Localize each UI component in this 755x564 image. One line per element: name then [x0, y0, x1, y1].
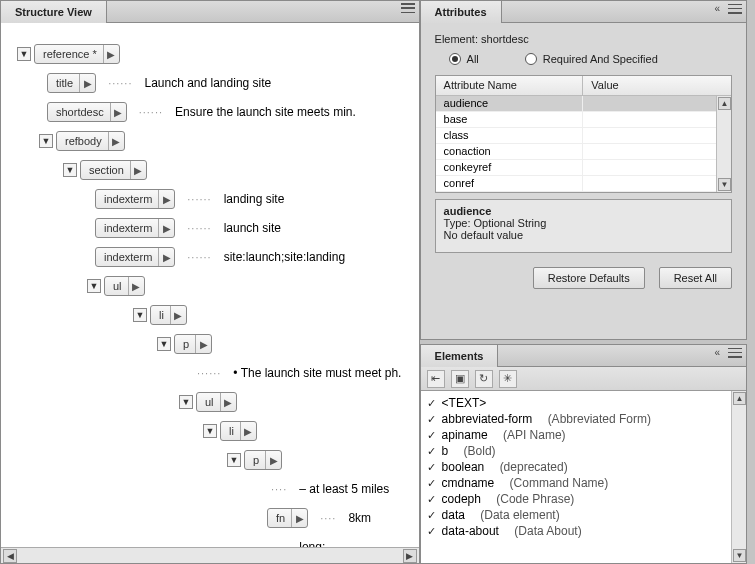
- collapse-toggle[interactable]: ▼: [87, 279, 101, 293]
- refresh-icon[interactable]: ↻: [475, 370, 493, 388]
- panel-menu-icon[interactable]: [728, 348, 742, 358]
- vertical-scrollbar[interactable]: ▲ ▼: [731, 391, 746, 563]
- collapse-caret-icon[interactable]: «: [715, 347, 721, 358]
- radio-icon: [525, 53, 537, 65]
- structure-view-header: Structure View: [1, 1, 419, 23]
- list-item[interactable]: ✓apiname (API Name): [427, 427, 741, 443]
- list-item[interactable]: ✓b (Bold): [427, 443, 741, 459]
- connector-dots: ······: [187, 193, 211, 205]
- elements-tab[interactable]: Elements: [421, 345, 499, 367]
- collapse-toggle[interactable]: ▼: [133, 308, 147, 322]
- element-indexterm[interactable]: indexterm▶: [95, 189, 175, 209]
- scroll-left-icon[interactable]: ◀: [3, 549, 17, 563]
- chevron-right-icon[interactable]: ▶: [108, 132, 124, 150]
- scroll-up-icon[interactable]: ▲: [718, 97, 731, 110]
- col-value[interactable]: Value: [583, 76, 731, 95]
- element-section[interactable]: section▶: [80, 160, 147, 180]
- connector-dots: ······: [139, 106, 163, 118]
- element-indexterm[interactable]: indexterm▶: [95, 247, 175, 267]
- collapse-toggle[interactable]: ▼: [63, 163, 77, 177]
- chevron-right-icon[interactable]: ▶: [158, 248, 174, 266]
- node-text: – at least 5 miles: [299, 482, 389, 496]
- structure-tree[interactable]: ▼ reference *▶ title▶ ······ Launch and …: [1, 23, 419, 547]
- element-ul[interactable]: ul▶: [196, 392, 237, 412]
- chevron-right-icon[interactable]: ▶: [170, 306, 186, 324]
- list-item[interactable]: ✓data (Data element): [427, 507, 741, 523]
- radio-all[interactable]: All: [449, 53, 479, 65]
- element-refbody[interactable]: refbody▶: [56, 131, 125, 151]
- panel-menu-icon[interactable]: [401, 3, 415, 13]
- restore-defaults-button[interactable]: Restore Defaults: [533, 267, 645, 289]
- settings-icon[interactable]: ✳: [499, 370, 517, 388]
- element-li[interactable]: li▶: [150, 305, 187, 325]
- reset-all-button[interactable]: Reset All: [659, 267, 732, 289]
- collapse-toggle[interactable]: ▼: [203, 424, 217, 438]
- element-indexterm[interactable]: indexterm▶: [95, 218, 175, 238]
- attributes-tab[interactable]: Attributes: [421, 1, 502, 23]
- list-item[interactable]: ✓<TEXT>: [427, 395, 741, 411]
- element-p[interactable]: p▶: [174, 334, 212, 354]
- attributes-table[interactable]: Attribute Name Value audience base class…: [435, 75, 733, 193]
- check-icon: ✓: [427, 493, 436, 506]
- vertical-scrollbar[interactable]: ▲ ▼: [716, 96, 731, 192]
- chevron-right-icon[interactable]: ▶: [79, 74, 95, 92]
- detail-default: No default value: [444, 229, 724, 241]
- elements-header: Elements «: [421, 345, 747, 367]
- insert-before-icon[interactable]: ⇤: [427, 370, 445, 388]
- chevron-right-icon[interactable]: ▶: [130, 161, 146, 179]
- node-text: launch site: [224, 221, 281, 235]
- chevron-right-icon[interactable]: ▶: [158, 219, 174, 237]
- chevron-right-icon[interactable]: ▶: [195, 335, 211, 353]
- element-p[interactable]: p▶: [244, 450, 282, 470]
- col-attribute-name[interactable]: Attribute Name: [436, 76, 584, 95]
- chevron-right-icon[interactable]: ▶: [291, 509, 307, 527]
- list-item[interactable]: ✓cmdname (Command Name): [427, 475, 741, 491]
- table-row[interactable]: base: [436, 112, 732, 128]
- collapse-toggle[interactable]: ▼: [17, 47, 31, 61]
- structure-view-tab[interactable]: Structure View: [1, 1, 107, 23]
- check-icon: ✓: [427, 429, 436, 442]
- connector-dots: ······: [108, 77, 132, 89]
- table-row[interactable]: audience: [436, 96, 732, 112]
- list-item[interactable]: ✓abbreviated-form (Abbreviated Form): [427, 411, 741, 427]
- chevron-right-icon[interactable]: ▶: [240, 422, 256, 440]
- chevron-right-icon[interactable]: ▶: [158, 190, 174, 208]
- element-title[interactable]: title▶: [47, 73, 96, 93]
- collapse-toggle[interactable]: ▼: [39, 134, 53, 148]
- element-reference[interactable]: reference *▶: [34, 44, 120, 64]
- collapse-toggle[interactable]: ▼: [179, 395, 193, 409]
- element-li[interactable]: li▶: [220, 421, 257, 441]
- scroll-down-icon[interactable]: ▼: [718, 178, 731, 191]
- collapse-toggle[interactable]: ▼: [157, 337, 171, 351]
- collapse-caret-icon[interactable]: «: [715, 3, 721, 14]
- check-icon: ✓: [427, 413, 436, 426]
- element-fn[interactable]: fn▶: [267, 508, 308, 528]
- element-ul[interactable]: ul▶: [104, 276, 145, 296]
- radio-required[interactable]: Required And Specified: [525, 53, 658, 65]
- insert-after-icon[interactable]: ▣: [451, 370, 469, 388]
- chevron-right-icon[interactable]: ▶: [128, 277, 144, 295]
- table-row[interactable]: conref: [436, 176, 732, 192]
- element-shortdesc[interactable]: shortdesc▶: [47, 102, 127, 122]
- scroll-up-icon[interactable]: ▲: [733, 392, 746, 405]
- collapse-toggle[interactable]: ▼: [227, 453, 241, 467]
- chevron-right-icon[interactable]: ▶: [103, 45, 119, 63]
- list-item[interactable]: ✓boolean (deprecated): [427, 459, 741, 475]
- table-row[interactable]: conkeyref: [436, 160, 732, 176]
- elements-list[interactable]: ✓<TEXT> ✓abbreviated-form (Abbreviated F…: [421, 391, 747, 563]
- connector-dots: ····: [271, 541, 287, 547]
- scroll-down-icon[interactable]: ▼: [733, 549, 746, 562]
- panel-menu-icon[interactable]: [728, 4, 742, 14]
- chevron-right-icon[interactable]: ▶: [110, 103, 126, 121]
- table-row[interactable]: class: [436, 128, 732, 144]
- node-text: landing site: [224, 192, 285, 206]
- horizontal-scrollbar[interactable]: ◀ ▶: [1, 547, 419, 563]
- list-item[interactable]: ✓data-about (Data About): [427, 523, 741, 539]
- chevron-right-icon[interactable]: ▶: [220, 393, 236, 411]
- right-panels: Attributes « Element: shortdesc All Requ…: [420, 0, 748, 564]
- scroll-right-icon[interactable]: ▶: [403, 549, 417, 563]
- list-item[interactable]: ✓codeph (Code Phrase): [427, 491, 741, 507]
- node-text: Ensure the launch site meets min.: [175, 105, 356, 119]
- chevron-right-icon[interactable]: ▶: [265, 451, 281, 469]
- table-row[interactable]: conaction: [436, 144, 732, 160]
